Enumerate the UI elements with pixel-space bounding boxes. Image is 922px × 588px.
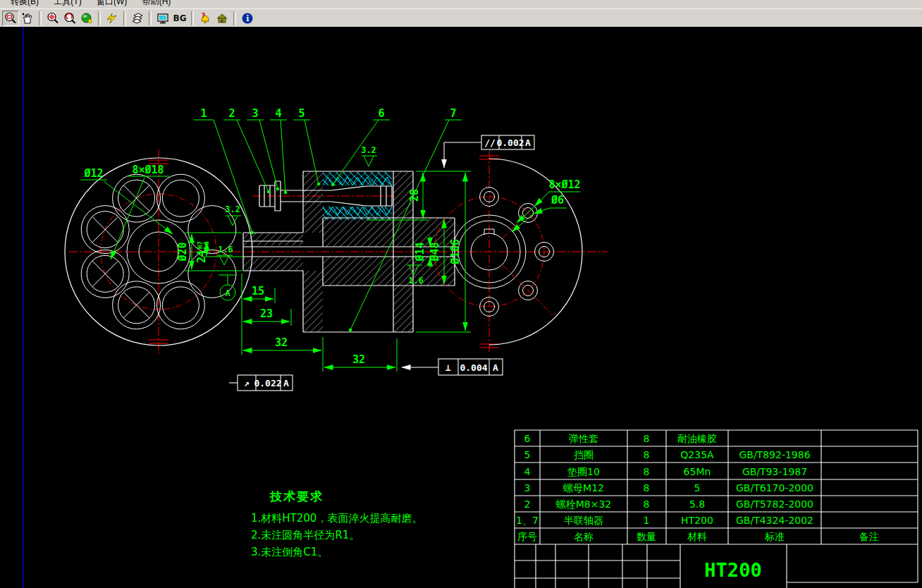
bom-header-cell: 名称	[574, 531, 594, 542]
tech-req-line-3: 3.未注倒角C1。	[251, 546, 328, 558]
bom-cell: 2	[524, 498, 531, 510]
bom-cell: 弹性套	[569, 433, 598, 444]
callout-1: 1	[200, 107, 207, 120]
bom-cell: 5	[524, 449, 531, 460]
title-block: HT200	[515, 544, 918, 588]
bom-cell: 螺栓M8×32	[556, 498, 612, 510]
dim-label-holes: 8×Ø18	[132, 164, 164, 176]
bom-cell: 耐油橡胶	[677, 433, 717, 444]
drawing-canvas[interactable]: Ø12 8×Ø18	[0, 27, 922, 588]
dim-label-d6: Ø6	[551, 194, 564, 207]
svg-text:?: ?	[202, 12, 205, 19]
bom-cell: 4	[524, 466, 531, 477]
zoom-window-button[interactable]	[2, 11, 19, 26]
bom-cell: GB/T5782-2000	[736, 498, 813, 510]
zoom-in-button[interactable]	[44, 11, 61, 26]
callout-5: 5	[298, 107, 305, 120]
bom-header-cell: 标准	[764, 531, 785, 542]
menu-item-convert[interactable]: 转换(B)	[4, 0, 45, 8]
toolbar-separator	[98, 11, 101, 25]
bom-cell: 1、7	[516, 515, 539, 526]
bom-cell: 8	[644, 482, 650, 494]
title-block-material: HT200	[704, 559, 761, 581]
toolbar-separator	[123, 11, 126, 25]
display-button[interactable]	[154, 11, 171, 26]
bom-cell: 8	[644, 433, 650, 444]
svg-text:i: i	[246, 14, 249, 23]
home-button[interactable]	[214, 11, 230, 26]
tech-req-line-1: 1.材料HT200，表面淬火提高耐磨。	[251, 512, 422, 525]
runout-frame: ↗ 0.022 A	[229, 375, 293, 391]
parallelism-value: 0.002	[496, 137, 524, 148]
display-icon	[156, 12, 169, 25]
layers-button[interactable]	[129, 11, 146, 26]
dim-d20: Ø20	[176, 242, 189, 262]
bom-cell: 3	[524, 482, 531, 494]
callout-7: 7	[450, 107, 456, 120]
help-bell-icon: ?	[199, 12, 211, 25]
bom-cell: HT200	[681, 515, 713, 526]
menu-item-help[interactable]: 帮助(H)	[136, 0, 178, 8]
dim-label-bolt-holes: 8×Ø12	[548, 178, 580, 191]
bom-cell: 8	[644, 449, 650, 460]
bom-cell: 挡圈	[574, 449, 594, 460]
pan-button[interactable]	[19, 11, 36, 26]
dim-fit-value: 24	[195, 250, 208, 263]
info-button[interactable]: i	[239, 11, 256, 26]
callout-3: 3	[252, 107, 258, 120]
tech-req-title: 技术要求	[269, 489, 324, 503]
datum-a: A	[219, 275, 237, 300]
bom-cell: GB/T93-1987	[742, 466, 807, 477]
dim-23: 23	[260, 307, 273, 320]
dim-15: 15	[252, 285, 264, 298]
layers-icon	[131, 12, 144, 25]
bom-cell: 垫圈10	[567, 466, 600, 477]
bg-button-label: BG	[173, 13, 187, 23]
toolbar-separator	[149, 11, 152, 25]
menu-item-tools[interactable]: 工具(T)	[47, 0, 87, 8]
bom-header-cell: 数量	[637, 531, 656, 542]
info-icon: i	[241, 12, 254, 25]
dim-fit-lower: k6	[203, 241, 210, 249]
runout-datum: A	[283, 378, 289, 388]
zoom-previous-button[interactable]	[61, 11, 78, 26]
bom-header-cell: 材料	[687, 531, 707, 542]
bom-cell: GB/T4324-2002	[736, 515, 813, 526]
orbit-icon	[80, 12, 93, 25]
parallelism-symbol: //	[484, 137, 496, 148]
surface-finish-left: 3.2	[225, 204, 240, 214]
bom-cell: 螺母M12	[563, 482, 604, 494]
bom-cell: Q235A	[680, 449, 714, 460]
dim-32-right: 32	[352, 353, 365, 366]
callout-2: 2	[228, 107, 235, 120]
dim-d14: Ø14	[414, 242, 426, 262]
cad-drawing: Ø12 8×Ø18	[0, 27, 922, 588]
toolbar-separator	[191, 11, 194, 25]
dim-d106: Ø106	[449, 239, 462, 265]
bom-header-cell: 序号	[517, 531, 537, 542]
menu-item-window[interactable]: 窗口(W)	[90, 0, 133, 8]
zoom-in-icon	[47, 12, 59, 25]
perpendicularity-datum: A	[493, 362, 498, 373]
technical-requirements: 技术要求 1.材料HT200，表面淬火提高耐磨。 2.未注圆角半径为R1。 3.…	[251, 489, 422, 558]
bom-cell: GB/T6170-2000	[736, 482, 813, 494]
perpendicularity-frame: ⊥ 0.004 A	[402, 359, 503, 375]
bom-cell: GB/T892-1986	[739, 449, 810, 460]
surface-finish-bore-left: 1.6	[218, 245, 233, 255]
bom-cell: 5.8	[689, 498, 705, 510]
toolbar-separator	[233, 11, 236, 25]
zoom-previous-icon	[63, 12, 76, 25]
bom-cell: 8	[644, 498, 650, 510]
menu-bar: 转换(B) 工具(T) 窗口(W) 帮助(H)	[0, 0, 922, 8]
parallelism-datum: A	[525, 137, 531, 148]
bom-cell: 5	[694, 482, 701, 494]
flash-button[interactable]	[104, 11, 121, 26]
bom-cell: 8	[644, 466, 650, 477]
dim-32-left: 32	[275, 336, 288, 349]
cad-application-window: 转换(B) 工具(T) 窗口(W) 帮助(H)	[0, 0, 922, 588]
bg-button[interactable]: BG	[171, 11, 188, 26]
bom-header-cell: 备注	[859, 531, 879, 542]
help-bell-button[interactable]: ?	[197, 11, 214, 26]
bom-header: 序号 名称 数量 材料 标准 备注	[517, 531, 879, 542]
orbit-button[interactable]	[78, 11, 95, 26]
